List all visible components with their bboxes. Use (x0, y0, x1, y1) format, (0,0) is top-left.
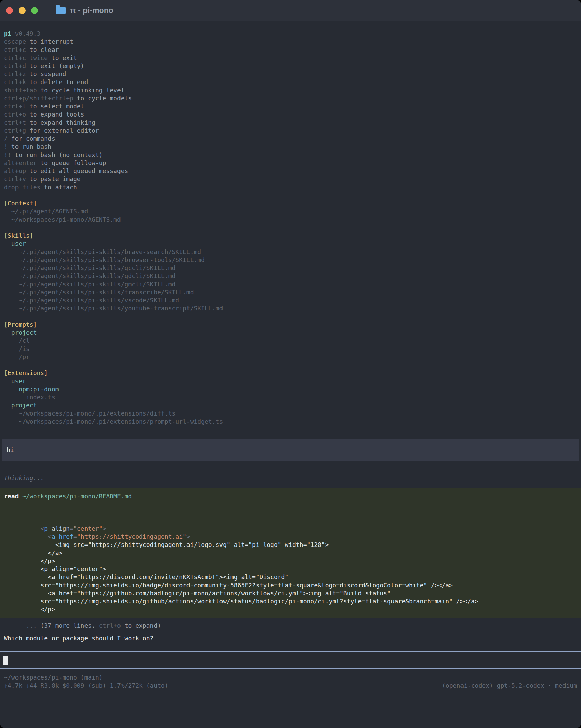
code-token (48, 525, 52, 532)
section-line: /cl (0, 337, 581, 345)
section-lines: ~/.pi/agent/AGENTS.md ~/workspaces/pi-mo… (0, 207, 581, 224)
shortcut-line: ctrl+p/shift+ctrl+pto cycle models (0, 94, 581, 102)
shortcut-line: ctrl+oto expand tools (0, 110, 581, 119)
code-token: src="https://img.shields.io/badge/discor… (41, 581, 453, 589)
tool-name: read (4, 493, 19, 500)
shortcut-key: ctrl+c twice (4, 54, 48, 61)
code-token: <img src="https://shittycodingagent.ai/l… (41, 541, 328, 548)
code-line: <a href="https://shittycodingagent.ai"> (0, 517, 581, 525)
section-lines: user ~/.pi/agent/skills/pi-skills/brave-… (0, 240, 581, 312)
truncation-segment: ctrl+o (99, 622, 121, 629)
shortcut-key: alt+up (4, 167, 26, 175)
folder-icon (56, 7, 65, 14)
section-lines: project /cl /is /pr (0, 329, 581, 361)
shortcut-line: ctrl+dto exit (empty) (0, 62, 581, 70)
startup-section: [Context] ~/.pi/agent/AGENTS.md ~/worksp… (0, 191, 581, 224)
section-line: project (0, 401, 581, 410)
model-info: (openai-codex) gpt-5.2-codex · medium (442, 681, 577, 690)
code-line: <a href="https://discord.com/invite/nKXT… (0, 557, 581, 565)
startup-section: [Skills] user ~/.pi/agent/skills/pi-skil… (0, 224, 581, 312)
section-title: [Skills] (0, 232, 581, 240)
shortcut-line: ctrl+vto paste image (0, 175, 581, 183)
shortcut-key: ctrl+p/shift+ctrl+p (4, 95, 73, 102)
window-title: π - pi-mono (70, 6, 113, 15)
code-token: <a href="https://discord.com/invite/nKXT… (41, 573, 289, 580)
shortcut-desc: to select model (26, 103, 84, 110)
section-line: ~/workspaces/pi-mono/.pi/extensions/diff… (0, 410, 581, 418)
prompt-input[interactable] (0, 651, 581, 669)
shortcut-desc: to expand tools (26, 111, 84, 118)
shortcut-line: ctrl+gfor external editor (0, 127, 581, 135)
code-token: align (52, 525, 70, 532)
section-line: /is (0, 345, 581, 353)
code-token (55, 533, 59, 540)
shortcut-key: ctrl+z (4, 70, 26, 77)
traffic-lights (6, 7, 38, 14)
shortcut-line: ctrl+c twiceto exit (0, 54, 581, 62)
assistant-message: Which module or package should I work on… (0, 634, 581, 643)
shortcut-key: drop files (4, 183, 41, 190)
tool-command-line: read~/workspaces/pi-mono/README.md (0, 492, 581, 500)
shortcut-line: ctrl+kto delete to end (0, 78, 581, 86)
blank-line (0, 361, 581, 369)
shortcut-desc: to exit (48, 54, 77, 61)
shortcut-key: ctrl+v (4, 176, 26, 182)
code-token: href (59, 533, 73, 540)
shortcut-key: / (4, 135, 8, 142)
code-token: src="https://img.shields.io/github/actio… (41, 598, 478, 605)
shortcut-desc: to paste image (26, 176, 81, 182)
section-line: npm:pi-doom (0, 385, 581, 393)
maximize-button[interactable] (31, 7, 38, 14)
section-line: ~/.pi/agent/skills/pi-skills/gdcli/SKILL… (0, 272, 581, 280)
tool-arg: ~/workspaces/pi-mono/README.md (19, 493, 132, 500)
terminal-window: π - pi-mono piv0.49.3 escapeto interrupt… (0, 0, 581, 728)
section-line: /pr (0, 353, 581, 361)
section-line: user (0, 377, 581, 385)
shortcut-line: !!to run bash (no context) (0, 151, 581, 159)
section-line: ~/.pi/agent/skills/pi-skills/gmcli/SKILL… (0, 280, 581, 288)
blank-line (0, 312, 581, 320)
section-line: ~/.pi/agent/AGENTS.md (0, 207, 581, 215)
shortcut-line: shift+tabto cycle thinking level (0, 86, 581, 94)
section-line: ~/.pi/agent/skills/pi-skills/gccli/SKILL… (0, 264, 581, 272)
screen: { "window": { "title": "π - pi-mono" }, … (0, 0, 581, 728)
code-token: <a href="https://github.com/badlogic/pi-… (41, 590, 391, 597)
status-bar: ~/workspaces/pi-mono (main) ↑4.7k ↓44 R3… (0, 673, 581, 690)
shortcut-key: ctrl+g (4, 127, 26, 134)
section-line: ~/workspaces/pi-mono/.pi/extensions/prom… (0, 418, 581, 425)
shortcut-list: escapeto interruptctrl+cto clearctrl+c t… (0, 38, 581, 191)
shortcut-line: /for commands (0, 135, 581, 143)
code-token: = (73, 533, 77, 540)
code-token: </p> (41, 606, 55, 613)
titlebar: π - pi-mono (0, 0, 581, 21)
section-title: [Prompts] (0, 320, 581, 329)
minimize-button[interactable] (19, 7, 26, 14)
truncation-notice: ... (37 more lines, ctrl+o to expand) (0, 605, 581, 614)
shortcut-line: ctrl+cto clear (0, 46, 581, 54)
code-token: a (52, 533, 55, 540)
blank-line (0, 191, 581, 199)
section-line: project (0, 329, 581, 337)
shortcut-desc: to run bash (no context) (11, 151, 103, 158)
code-token: = (70, 525, 73, 532)
shortcut-desc: to run bash (8, 143, 52, 150)
status-row: ↑4.7k ↓44 R3.8k $0.009 (sub) 1.7%/272k (… (0, 681, 581, 690)
shortcut-line: !to run bash (0, 143, 581, 151)
shortcut-key: ! (4, 143, 8, 150)
section-line: ~/.pi/agent/skills/pi-skills/youtube-tra… (0, 304, 581, 312)
truncation-segment: (37 more lines, (41, 622, 99, 629)
code-token: < (48, 533, 52, 540)
shortcut-line: ctrl+zto suspend (0, 70, 581, 78)
section-line: ~/.pi/agent/skills/pi-skills/brave-searc… (0, 248, 581, 256)
shortcut-desc: to attach (41, 183, 77, 190)
code-token: "center" (73, 525, 103, 532)
shortcut-key: ctrl+d (4, 62, 26, 69)
truncation-segment: ... (26, 622, 41, 629)
shortcut-desc: to exit (empty) (26, 62, 84, 69)
thinking-indicator: Thinking... (0, 474, 581, 482)
tool-output-code: <p align="center"> <a href="https://shit… (0, 509, 581, 597)
close-button[interactable] (6, 7, 13, 14)
shortcut-desc: to delete to end (26, 78, 88, 85)
section-line: user (0, 240, 581, 248)
blank-line (0, 224, 581, 232)
